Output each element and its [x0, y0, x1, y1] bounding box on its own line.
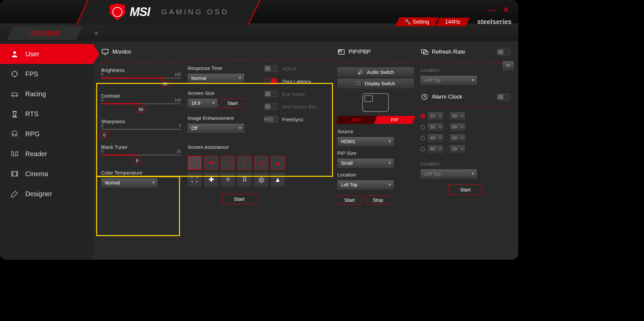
- screen-assistance-label: Screen Assistance: [188, 144, 257, 150]
- alarm-sec-4[interactable]: 00: [450, 145, 465, 153]
- pip-size-label: PIP Size: [337, 150, 414, 156]
- car-icon: [10, 89, 19, 99]
- sidebar-item-rts[interactable]: RTS: [0, 104, 93, 124]
- alarm-min-3[interactable]: 45: [428, 134, 443, 142]
- display-switch-button[interactable]: 🖵Display Switch: [337, 79, 414, 89]
- alarm-radio-2[interactable]: [420, 125, 425, 130]
- sidebar-item-label: Racing: [25, 90, 46, 98]
- steelseries-logo: steelseries: [477, 18, 512, 26]
- response-time-select[interactable]: Normal: [188, 74, 244, 83]
- chess-icon: [10, 109, 19, 119]
- alarm-sec-2[interactable]: 00: [450, 123, 465, 131]
- alarm-start-button[interactable]: Start: [448, 184, 482, 195]
- sidebar-item-fps[interactable]: FPS: [0, 64, 93, 84]
- refresh-toggle[interactable]: [497, 49, 510, 55]
- screen-size-start-button[interactable]: Start: [219, 99, 246, 108]
- svg-rect-16: [102, 49, 108, 53]
- add-profile-button[interactable]: ＋: [82, 28, 110, 38]
- color-temp-select[interactable]: Normal: [101, 178, 158, 187]
- setting-label: Setting: [413, 19, 429, 25]
- alarm-radio-3[interactable]: [420, 136, 425, 141]
- tab-pbp[interactable]: PBP: [336, 116, 377, 124]
- black-tuner-label: Black Tuner: [101, 144, 181, 150]
- book-icon: [10, 149, 19, 159]
- alarm-sec-3[interactable]: 00: [450, 134, 465, 142]
- logo-block: MSI GAMING OSD: [110, 3, 229, 21]
- assist-arrows2-icon[interactable]: ✧: [221, 172, 235, 186]
- assist-dots-icon[interactable]: ⠿: [238, 156, 251, 170]
- assist-arrows-icon[interactable]: ✧: [221, 156, 235, 170]
- tab-standard[interactable]: Standard: [7, 26, 83, 40]
- assist-cross-icon[interactable]: ✚: [204, 156, 218, 170]
- pip-source-label: Source: [337, 129, 414, 134]
- pip-start-button[interactable]: Start: [337, 195, 362, 204]
- divider: [101, 62, 181, 63]
- audio-switch-button[interactable]: 🔊Audio Switch: [337, 67, 414, 77]
- pip-stop-button[interactable]: Stop: [366, 195, 390, 204]
- monitor-icon: [101, 48, 109, 56]
- reset-button[interactable]: ⟳: [503, 61, 514, 70]
- alarm-min-2[interactable]: 30: [428, 123, 443, 131]
- refresh-location-select[interactable]: Left Top: [420, 76, 477, 85]
- clock-icon: [420, 93, 428, 101]
- tab-pip[interactable]: PIP: [374, 116, 415, 124]
- sidebar-item-label: Designer: [25, 190, 52, 198]
- close-button[interactable]: ✕: [500, 5, 512, 11]
- assist-dots2-icon[interactable]: ⠿: [238, 172, 251, 186]
- sidebar: User FPS Racing RTS RPG Reader: [0, 42, 93, 260]
- brightness-label: Brightness: [101, 67, 181, 73]
- screen-size-select[interactable]: 16:9: [188, 99, 218, 108]
- sidebar-item-cinema[interactable]: Cinema: [0, 164, 93, 184]
- contrast-label: Contrast: [101, 93, 181, 99]
- content: Monitor Brightness 0 100 80 Contrast 0 1…: [93, 42, 518, 260]
- screen-assistance-start-button[interactable]: Start: [222, 194, 256, 204]
- brightness-slider[interactable]: 0 100 80: [101, 76, 181, 88]
- pip-size-select[interactable]: Small: [337, 159, 394, 168]
- alarm-title: Alarm Clock: [432, 94, 462, 100]
- freesync-toggle[interactable]: ⟳: [264, 116, 277, 123]
- setting-button[interactable]: 🔧 Setting: [395, 17, 439, 26]
- anti-motion-blur-toggle[interactable]: [264, 103, 277, 110]
- minimize-button[interactable]: —: [486, 5, 497, 11]
- divider: [188, 60, 257, 61]
- refresh-rate-indicator: 144Hz: [436, 18, 470, 26]
- sidebar-item-racing[interactable]: Racing: [0, 84, 93, 104]
- sharpness-label: Sharpness: [101, 119, 181, 124]
- alarm-radio-4[interactable]: [420, 147, 425, 152]
- response-time-label: Response Time: [188, 65, 257, 71]
- alarm-min-1[interactable]: 15: [428, 112, 443, 120]
- sidebar-item-reader[interactable]: Reader: [0, 144, 93, 164]
- sidebar-item-designer[interactable]: Designer: [0, 184, 93, 204]
- alarm-sec-1[interactable]: 00: [450, 112, 465, 120]
- pip-icon: [337, 48, 345, 56]
- eye-saver-toggle[interactable]: [264, 91, 277, 97]
- zero-latency-toggle[interactable]: [264, 78, 277, 85]
- sharpness-slider[interactable]: 0 5 0: [101, 127, 181, 139]
- black-tuner-slider[interactable]: 0 20 9: [101, 153, 181, 164]
- alarm-location-select[interactable]: Left Top: [420, 169, 477, 178]
- assist-cross2-icon[interactable]: ✚: [204, 172, 218, 186]
- assist-none-icon[interactable]: ⛶: [188, 156, 202, 170]
- image-enhancement-select[interactable]: Off: [188, 124, 244, 133]
- sidebar-item-rpg[interactable]: RPG: [0, 124, 93, 144]
- pip-source-select[interactable]: HDMI1: [337, 137, 394, 146]
- pip-location-select[interactable]: Left Top: [337, 180, 394, 189]
- hdcr-label: HDCR: [282, 66, 296, 72]
- refresh-icon: [420, 48, 428, 56]
- app-window: MSI GAMING OSD — ✕ 🔧 Setting 144Hz steel…: [0, 0, 518, 260]
- alarm-toggle[interactable]: [497, 94, 510, 100]
- header-toolbar: 🔧 Setting 144Hz steelseries: [397, 17, 512, 26]
- alarm-min-4[interactable]: 60: [428, 145, 443, 153]
- contrast-slider[interactable]: 0 100 50: [101, 101, 181, 113]
- assist-corners-icon[interactable]: ⛶: [188, 172, 202, 186]
- refresh-title: Refresh Rate: [432, 49, 465, 55]
- refresh-header: Refresh Rate: [420, 48, 510, 56]
- monitor-title: Monitor: [112, 49, 131, 55]
- divider: [337, 62, 414, 63]
- pip-section: PIP/PBP 🔊Audio Switch 🖵Display Switch PB…: [337, 48, 414, 254]
- hdcr-toggle[interactable]: [264, 65, 277, 72]
- sidebar-item-user[interactable]: User: [0, 44, 93, 64]
- alarm-radio-1[interactable]: [420, 114, 425, 119]
- divider: [420, 107, 510, 108]
- pen-icon: [10, 189, 19, 198]
